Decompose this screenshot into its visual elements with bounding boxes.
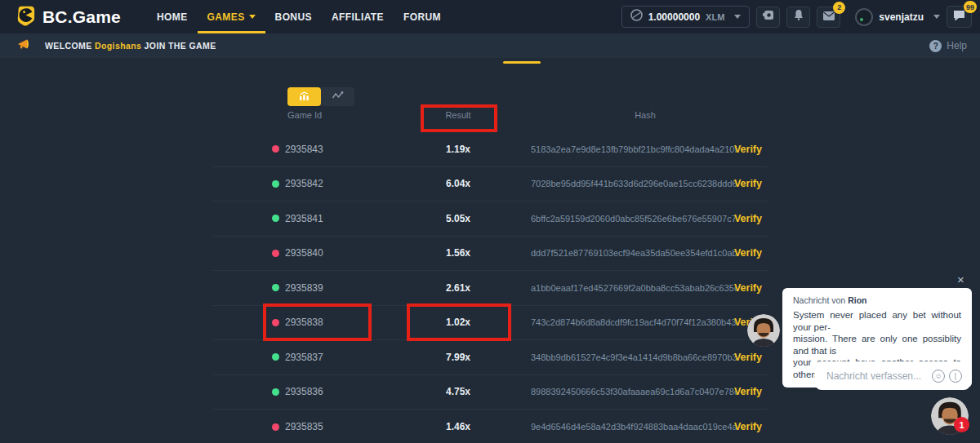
announcement-text: WELCOME Dogishans JOIN THE GAME bbox=[45, 41, 216, 51]
announcement-bar: WELCOME Dogishans JOIN THE GAME ? Help bbox=[0, 33, 980, 58]
game-id: 2935839 bbox=[285, 282, 323, 294]
tab-trends[interactable] bbox=[321, 87, 354, 106]
chat-toggle-button[interactable]: 99 bbox=[947, 6, 972, 28]
notifications-button[interactable] bbox=[786, 7, 810, 28]
main-nav: HOME GAMES BONUS AFFILIATE FORUM bbox=[147, 0, 451, 33]
col-header-hash: Hash bbox=[635, 110, 656, 120]
result-value: 1.46x bbox=[446, 421, 470, 432]
game-id-cell[interactable]: 2935841 bbox=[272, 213, 323, 224]
verify-link[interactable]: Verify bbox=[734, 178, 762, 189]
game-id-cell[interactable]: 2935836 bbox=[272, 386, 323, 397]
game-id-cell[interactable]: 2935842 bbox=[272, 178, 323, 189]
game-id-cell[interactable]: 2935843 bbox=[272, 144, 323, 155]
game-id-cell[interactable]: 2935835 bbox=[272, 421, 323, 432]
status-dot bbox=[272, 180, 279, 188]
table-row: 2935843 1.19x 5183a2ea7e9d8e13fb79bbf21b… bbox=[212, 132, 768, 167]
table-row: 2935835 1.46x 9e4d6546d4e58a42d3b4f92488… bbox=[212, 410, 768, 443]
game-id: 2935843 bbox=[285, 144, 323, 155]
game-id: 2935842 bbox=[285, 178, 323, 189]
col-header-game-id: Game Id bbox=[287, 110, 322, 120]
verify-link[interactable]: Verify bbox=[734, 352, 762, 363]
verify-link[interactable]: Verify bbox=[734, 247, 762, 259]
chat-bubble-icon bbox=[952, 9, 966, 25]
announcement-username: Dogishans bbox=[95, 41, 141, 51]
game-id: 2935835 bbox=[285, 421, 323, 432]
status-dot bbox=[272, 284, 279, 291]
messages-button[interactable]: 2 bbox=[817, 7, 840, 28]
chat-message-line: System never placed any bet without your… bbox=[793, 309, 961, 333]
coin-icon bbox=[630, 9, 643, 24]
chevron-down-icon bbox=[734, 15, 741, 19]
table-row: 2935842 6.04x 7028be95dd95f441b633d6d296… bbox=[212, 167, 768, 202]
nav-games[interactable]: GAMES bbox=[198, 0, 265, 33]
table-row: 2935837 7.99x 348bb9db61527e4c9f3e4a1414… bbox=[212, 340, 768, 375]
mail-badge: 2 bbox=[833, 2, 845, 14]
nav-home[interactable]: HOME bbox=[147, 0, 198, 33]
nav-bonus[interactable]: BONUS bbox=[265, 0, 322, 33]
trend-icon bbox=[332, 90, 344, 104]
history-panel: Game Id Result Hash 2935843 1.19x 5183a2… bbox=[212, 58, 768, 443]
question-icon: ? bbox=[929, 40, 942, 52]
balance-amount: 1.00000000 bbox=[648, 11, 700, 23]
game-id-cell[interactable]: 2935837 bbox=[272, 352, 323, 363]
hash-value: 7028be95dd95f441b633d6d296e0ae15cc6238dd… bbox=[531, 179, 737, 188]
bell-icon bbox=[793, 9, 804, 24]
result-value: 1.19x bbox=[446, 144, 470, 155]
table-body: 2935843 1.19x 5183a2ea7e9d8e13fb79bbf21b… bbox=[212, 132, 768, 443]
emoji-icon[interactable]: ☺ bbox=[932, 370, 945, 383]
annotation-box-result-header bbox=[421, 104, 497, 132]
vault-icon bbox=[762, 9, 775, 24]
user-avatar bbox=[855, 8, 873, 26]
chat-sender-name: Rion bbox=[848, 295, 866, 305]
result-value: 5.05x bbox=[446, 213, 470, 224]
hash-value: 5183a2ea7e9d8e13fb79bbf21bc9ffc804dada4a… bbox=[531, 144, 737, 154]
verify-link[interactable]: Verify bbox=[734, 386, 762, 397]
verify-link[interactable]: Verify bbox=[734, 282, 762, 294]
hash-value: 9e4d6546d4e58a42d3b4f924883baa4daac019ce… bbox=[531, 422, 737, 432]
balance-selector[interactable]: 1.00000000 XLM bbox=[621, 6, 751, 28]
chevron-down-icon bbox=[249, 15, 256, 19]
chevron-down-icon bbox=[933, 15, 940, 19]
result-value: 7.99x bbox=[446, 352, 470, 363]
top-header: BC.Game HOME GAMES BONUS AFFILIATE FORUM… bbox=[0, 0, 980, 33]
status-dot bbox=[272, 250, 279, 257]
chat-message-header: Nachricht von Rion bbox=[793, 295, 961, 305]
hash-value: 348bb9db61527e4c9f3e4a1414d9b8ba66ce8970… bbox=[531, 352, 737, 362]
status-dot bbox=[272, 145, 279, 153]
help-button[interactable]: ? Help bbox=[929, 40, 967, 52]
user-menu[interactable]: svenjatzu bbox=[855, 8, 940, 26]
verify-link[interactable]: Verify bbox=[734, 213, 762, 224]
bcgame-logo-icon bbox=[15, 5, 36, 29]
chat-sender-avatar bbox=[747, 314, 780, 347]
table-row: 2935840 1.56x ddd7f521e87769103ecf94ea35… bbox=[212, 237, 768, 272]
nav-forum[interactable]: FORUM bbox=[394, 0, 451, 33]
hash-value: 743c2d874b6d8a8dcdf9fc19acf4d70f74f12a38… bbox=[531, 317, 737, 327]
brand-logo[interactable]: BC.Game bbox=[0, 0, 121, 33]
balance-currency: XLM bbox=[706, 12, 724, 22]
result-value: 4.75x bbox=[446, 386, 470, 397]
verify-link[interactable]: Verify bbox=[734, 144, 762, 155]
close-icon[interactable]: × bbox=[957, 272, 964, 286]
game-id: 2935840 bbox=[285, 247, 323, 259]
result-value: 2.61x bbox=[446, 282, 470, 294]
status-dot bbox=[272, 388, 279, 396]
game-id: 2935841 bbox=[285, 213, 323, 224]
mail-icon bbox=[822, 10, 835, 24]
chat-input-bar: ☺ | bbox=[815, 361, 970, 390]
annotation-box-result-value bbox=[407, 303, 511, 341]
tab-my-bets[interactable] bbox=[287, 87, 321, 106]
info-icon[interactable]: | bbox=[949, 370, 962, 383]
vault-button[interactable] bbox=[756, 7, 780, 28]
result-value: 6.04x bbox=[446, 178, 470, 189]
game-id: 2935836 bbox=[285, 386, 323, 397]
chat-message-input[interactable] bbox=[826, 370, 928, 382]
result-value: 1.56x bbox=[446, 247, 470, 259]
nav-affiliate[interactable]: AFFILIATE bbox=[322, 0, 394, 33]
hash-value: 6bffc2a59159d2060d0abc85f526e6be676e5590… bbox=[531, 214, 737, 224]
game-id-cell[interactable]: 2935839 bbox=[272, 282, 323, 294]
verify-link[interactable]: Verify bbox=[734, 421, 762, 432]
unread-count-badge: 1 bbox=[954, 417, 969, 432]
table-row: 2935836 4.75x 8988392450666c53f30afaaaea… bbox=[212, 375, 768, 410]
megaphone-icon bbox=[17, 38, 30, 53]
game-id-cell[interactable]: 2935840 bbox=[272, 247, 323, 259]
